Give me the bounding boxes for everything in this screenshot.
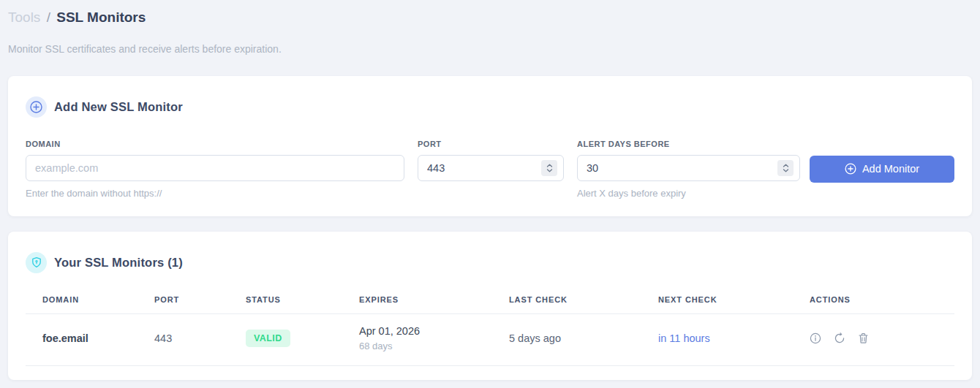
col-header-domain: DOMAIN (26, 292, 154, 314)
domain-field-group: DOMAIN Enter the domain without https:// (26, 140, 404, 199)
alert-days-stepper[interactable] (777, 160, 794, 176)
col-header-port: PORT (154, 292, 246, 314)
add-monitor-card-header: Add New SSL Monitor (26, 96, 954, 118)
monitor-domain: foe.email (42, 332, 88, 344)
monitor-expires-days: 68 days (359, 341, 509, 351)
shield-icon (26, 252, 47, 273)
monitors-table: DOMAIN PORT STATUS EXPIRES LAST CHECK NE… (26, 292, 954, 366)
col-header-actions: ACTIONS (810, 292, 954, 314)
monitor-last-check: 5 days ago (509, 332, 561, 344)
add-monitor-card-title: Add New SSL Monitor (54, 100, 183, 114)
alert-days-field-group: ALERT DAYS BEFORE Alert X days before ex… (577, 140, 800, 199)
domain-label: DOMAIN (26, 140, 404, 148)
ssl-monitors-page: Tools / SSL Monitors Monitor SSL certifi… (0, 0, 980, 380)
plus-circle-icon (26, 96, 47, 118)
domain-input[interactable] (26, 155, 404, 181)
info-icon[interactable] (810, 332, 821, 344)
col-header-last-check: LAST CHECK (509, 292, 658, 314)
page-subtitle: Monitor SSL certificates and receive ale… (8, 43, 972, 55)
monitor-port: 443 (154, 332, 172, 344)
page-title: SSL Monitors (56, 9, 146, 25)
breadcrumb-tools-link[interactable]: Tools (8, 9, 40, 25)
add-monitor-card: Add New SSL Monitor DOMAIN Enter the dom… (8, 76, 972, 216)
add-monitor-button-label: Add Monitor (862, 163, 919, 175)
add-monitor-form: DOMAIN Enter the domain without https://… (26, 140, 954, 199)
status-badge: VALID (246, 330, 290, 347)
trash-icon[interactable] (858, 332, 869, 344)
refresh-icon[interactable] (834, 332, 845, 344)
table-row: foe.email 443 VALID Apr 01, 2026 68 days… (26, 313, 954, 365)
domain-help-text: Enter the domain without https:// (26, 188, 404, 199)
port-field-group: PORT (418, 140, 564, 181)
alert-days-input[interactable] (577, 155, 800, 181)
port-stepper[interactable] (541, 160, 557, 176)
monitor-expires-date: Apr 01, 2026 (359, 325, 509, 337)
breadcrumb: Tools / SSL Monitors (8, 6, 972, 27)
monitors-card-header: Your SSL Monitors (1) (26, 252, 954, 273)
alert-days-label: ALERT DAYS BEFORE (577, 140, 800, 148)
col-header-status: STATUS (246, 292, 359, 314)
table-header-row: DOMAIN PORT STATUS EXPIRES LAST CHECK NE… (26, 292, 954, 314)
col-header-expires: EXPIRES (359, 292, 509, 314)
plus-circle-icon (845, 163, 856, 175)
alert-days-help-text: Alert X days before expiry (577, 188, 800, 199)
col-header-next-check: NEXT CHECK (658, 292, 810, 314)
monitors-list-card: Your SSL Monitors (1) DOMAIN PORT STATUS… (8, 232, 972, 380)
port-label: PORT (418, 140, 564, 148)
monitors-card-title: Your SSL Monitors (1) (54, 256, 183, 270)
add-monitor-button[interactable]: Add Monitor (810, 156, 954, 183)
row-actions (810, 332, 954, 344)
monitors-table-wrap: DOMAIN PORT STATUS EXPIRES LAST CHECK NE… (26, 292, 954, 366)
monitor-next-check: in 11 hours (658, 332, 710, 344)
breadcrumb-separator: / (45, 9, 53, 25)
